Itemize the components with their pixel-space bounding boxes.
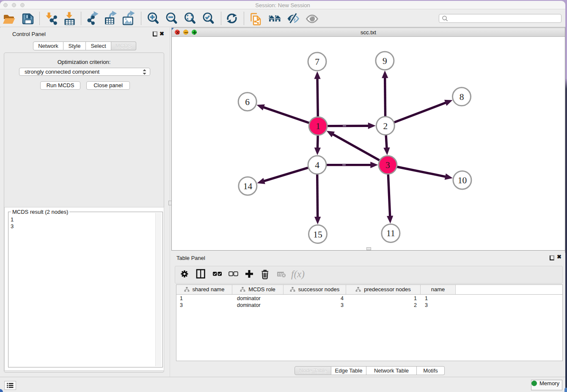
svg-text:f(x): f(x) [291, 269, 305, 279]
svg-text:4: 4 [315, 160, 319, 170]
svg-text:14: 14 [243, 181, 253, 191]
svg-text:7: 7 [315, 57, 319, 67]
svg-text:2: 2 [383, 121, 388, 131]
svg-text:9: 9 [383, 56, 387, 66]
svg-text:8: 8 [460, 92, 464, 102]
svg-text:10: 10 [458, 175, 467, 185]
svg-text:15: 15 [313, 229, 322, 240]
svg-text:6: 6 [245, 97, 250, 107]
svg-text:11: 11 [386, 228, 395, 238]
svg-text:3: 3 [385, 160, 390, 170]
svg-text:1: 1 [316, 121, 320, 131]
